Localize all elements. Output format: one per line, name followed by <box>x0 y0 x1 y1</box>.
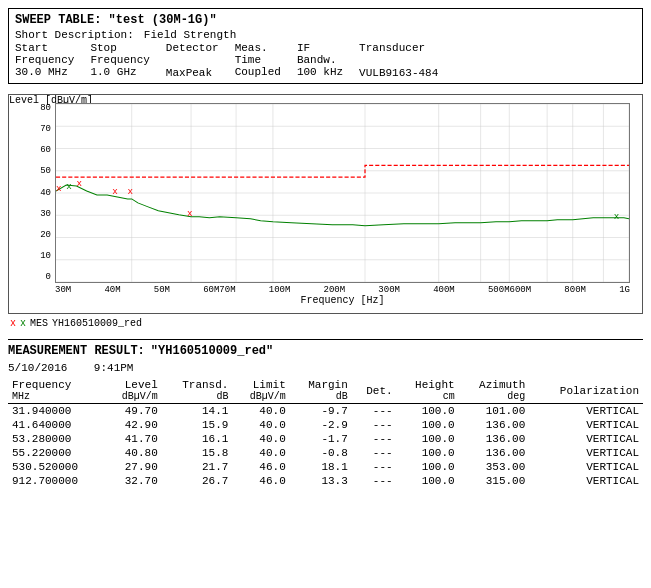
if-val: 100 kHz <box>297 66 343 78</box>
legend-row: x x MES YH160510009_red <box>8 318 643 329</box>
table-row: 530.52000027.9021.746.018.1---100.0353.0… <box>8 460 643 474</box>
transducer-val: VULB9163-484 <box>359 67 438 79</box>
y-label-60: 60 <box>40 146 51 155</box>
x-label-1g: 1G <box>619 285 630 295</box>
x-label-500m-600m: 500M600M <box>488 285 531 295</box>
start-freq-col: Start Frequency 30.0 MHz <box>15 42 74 79</box>
th-transd: Transd. dB <box>162 378 233 404</box>
x-label-40m: 40M <box>104 285 120 295</box>
table-row: 55.22000040.8015.840.0-0.8---100.0136.00… <box>8 446 643 460</box>
meas-name: "YH160510009_red" <box>151 344 273 358</box>
legend-name: YH160510009_red <box>52 318 142 329</box>
th-margin: Margin dB <box>290 378 352 404</box>
y-label-40: 40 <box>40 189 51 198</box>
th-height: Height cm <box>397 378 459 404</box>
th-det: Det. <box>352 378 397 404</box>
table-row: 31.94000049.7014.140.0-9.7---100.0101.00… <box>8 404 643 419</box>
x-axis: 30M 40M 50M 60M70M 100M 200M 300M 400M 5… <box>55 285 630 295</box>
th-polarization: Polarization <box>529 378 643 404</box>
y-label-50: 50 <box>40 167 51 176</box>
chart-svg: x x x x x x x <box>56 104 629 282</box>
meas-time: 9:41PM <box>94 362 134 374</box>
start-freq-label: Start <box>15 42 74 54</box>
sweep-title: SWEEP TABLE: "test (30M-1G)" <box>15 13 636 27</box>
stop-freq-val: 1.0 GHz <box>90 66 149 78</box>
table-row: 912.70000032.7026.746.013.3---100.0315.0… <box>8 474 643 488</box>
svg-text:x: x <box>66 181 72 192</box>
if-sub: Bandw. <box>297 54 343 66</box>
chart-inner: 80 70 60 50 40 30 20 10 0 <box>55 103 630 283</box>
measurement-section: MEASUREMENT RESULT: "YH160510009_red" 5/… <box>8 339 643 488</box>
stop-freq-label: Stop <box>90 42 149 54</box>
svg-text:x: x <box>76 178 82 189</box>
svg-text:x: x <box>128 186 134 197</box>
x-label-30m: 30M <box>55 285 71 295</box>
meas-date: 5/10/2016 <box>8 362 67 374</box>
sweep-table: SWEEP TABLE: "test (30M-1G)" Short Descr… <box>8 8 643 84</box>
legend-x-green: x <box>20 318 26 329</box>
x-label-60m-70m: 60M70M <box>203 285 235 295</box>
th-limit: Limit dBµV/m <box>232 378 289 404</box>
svg-text:x: x <box>112 186 118 197</box>
if-label: IF <box>297 42 343 54</box>
th-azimuth: Azimuth deg <box>459 378 530 404</box>
detector-val: MaxPeak <box>166 67 219 79</box>
y-label-30: 30 <box>40 210 51 219</box>
x-axis-title: Frequency [Hz] <box>55 295 630 306</box>
if-col: IF Bandw. 100 kHz <box>297 42 343 79</box>
meas-sub: Time <box>235 54 281 66</box>
detector-col: Detector MaxPeak <box>166 42 219 79</box>
meas-col: Meas. Time Coupled <box>235 42 281 79</box>
field-strength-label: Field Strength <box>144 29 236 41</box>
x-label-400m: 400M <box>433 285 455 295</box>
legend-x-red: x <box>10 318 16 329</box>
meas-title: MEASUREMENT RESULT: <box>8 344 145 358</box>
table-row: 53.28000041.7016.140.0-1.7---100.0136.00… <box>8 432 643 446</box>
start-freq-val: 30.0 MHz <box>15 66 74 78</box>
x-label-300m: 300M <box>378 285 400 295</box>
x-label-200m: 200M <box>324 285 346 295</box>
meas-label: Meas. <box>235 42 281 54</box>
detector-label: Detector <box>166 42 219 54</box>
svg-text:x: x <box>187 208 193 219</box>
short-desc-label: Short Description: <box>15 29 134 41</box>
legend-mes-label: MES <box>30 318 48 329</box>
y-label-0: 0 <box>46 273 51 282</box>
x-label-800m: 800M <box>564 285 586 295</box>
svg-text:x: x <box>614 211 620 222</box>
y-label-80: 80 <box>40 104 51 113</box>
y-label-70: 70 <box>40 125 51 134</box>
table-row: 41.64000042.9015.940.0-2.9---100.0136.00… <box>8 418 643 432</box>
meas-val: Coupled <box>235 66 281 78</box>
meas-table: Frequency MHz Level dBµV/m Transd. dB Li… <box>8 378 643 488</box>
x-label-50m: 50M <box>154 285 170 295</box>
stop-freq-sub: Frequency <box>90 54 149 66</box>
y-label-10: 10 <box>40 252 51 261</box>
chart-container: Level [dBµV/m] 80 70 60 50 40 30 20 10 0 <box>8 94 643 314</box>
transducer-label: Transducer <box>359 42 438 54</box>
transducer-col: Transducer VULB9163-484 <box>359 42 438 79</box>
meas-date-time: 5/10/2016 9:41PM <box>8 362 643 374</box>
y-axis: 80 70 60 50 40 30 20 10 0 <box>14 104 54 282</box>
start-freq-sub: Frequency <box>15 54 74 66</box>
y-label-20: 20 <box>40 231 51 240</box>
x-label-100m: 100M <box>269 285 291 295</box>
svg-text:x: x <box>56 183 62 194</box>
stop-freq-col: Stop Frequency 1.0 GHz <box>90 42 149 79</box>
th-freq: Frequency MHz <box>8 378 104 404</box>
th-level: Level dBµV/m <box>104 378 161 404</box>
